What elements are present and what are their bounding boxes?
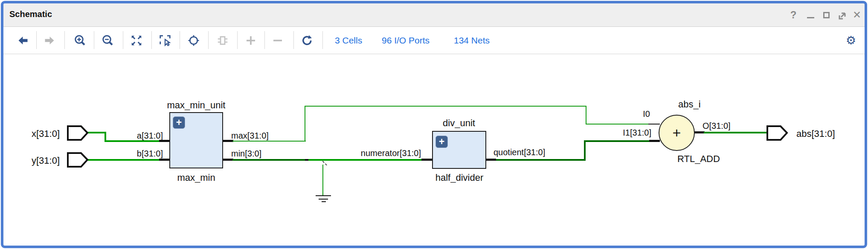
block-type-label: div_unit (408, 118, 510, 129)
pin-label-i0: I0 (623, 109, 650, 119)
toolbar-separator (180, 31, 180, 49)
net-min-to-numerator[interactable] (232, 159, 306, 161)
expand-block-button[interactable]: + (435, 136, 448, 148)
net-max-to-i0[interactable] (586, 124, 649, 124)
ground-icon (319, 199, 328, 200)
toolbar-separator (208, 31, 209, 49)
pin-stub-o[interactable] (694, 131, 705, 133)
toolbar-separator (264, 31, 265, 49)
regenerate-icon[interactable] (300, 33, 314, 48)
expand-cone-icon[interactable] (215, 33, 230, 48)
zoom-out-icon[interactable] (101, 33, 115, 48)
net-max-to-i0[interactable] (586, 106, 586, 124)
remove-from-schematic-icon[interactable] (270, 33, 285, 48)
net-y-to-b[interactable] (87, 159, 160, 161)
pin-label-min: min[3:0] (231, 149, 261, 159)
input-port-x[interactable] (67, 125, 89, 141)
output-port-abs[interactable] (766, 125, 788, 141)
ground-icon (316, 195, 331, 196)
pin-label-quotient: quotient[31:0] (494, 148, 545, 157)
ground-icon (322, 201, 326, 202)
back-icon[interactable] (16, 33, 30, 48)
net-quotient-to-i1[interactable] (584, 140, 649, 142)
window-title: Schematic (9, 9, 52, 19)
net-min-to-numerator[interactable] (308, 159, 422, 161)
block-type-label: max_min_unit (145, 100, 247, 111)
net-o-to-abs[interactable] (704, 132, 767, 133)
add-to-schematic-icon[interactable] (244, 33, 258, 48)
adder-operator: + (673, 124, 681, 141)
port-label-y: y[31:0] (17, 155, 60, 166)
toolbar-separator (94, 31, 94, 49)
pin-label-b: b[31:0] (120, 149, 163, 159)
net-max-to-i0[interactable] (232, 141, 306, 142)
nets-link[interactable]: 134 Nets (454, 35, 490, 46)
title-bar: Schematic ? ✕ (3, 3, 865, 27)
schematic-window: Schematic ? ✕ (0, 0, 868, 249)
net-ground[interactable] (322, 165, 323, 196)
port-label-abs: abs[31:0] (796, 128, 835, 139)
port-label-x: x[31:0] (17, 128, 60, 139)
block-instance-label: half_divider (408, 172, 511, 183)
autofit-selection-icon[interactable] (186, 33, 201, 48)
toolbar-separator (123, 31, 123, 49)
float-window-icon[interactable] (838, 11, 847, 20)
cell-instance-label: abs_i (678, 99, 701, 110)
pin-stub-i0[interactable] (648, 124, 660, 124)
toolbar-separator (151, 31, 152, 49)
net-x-to-a[interactable] (87, 132, 106, 133)
pin-label-max: max[31:0] (231, 131, 269, 141)
toolbar-separator (36, 31, 37, 49)
net-quotient-to-i1[interactable] (496, 159, 586, 161)
input-port-y[interactable] (67, 152, 89, 168)
toolbar-separator (322, 31, 323, 49)
settings-gear-icon[interactable]: ⚙ (846, 35, 856, 46)
pin-label-numerator: numerator[31:0] (348, 148, 421, 158)
pin-label-o: O[31:0] (703, 121, 731, 131)
toolbar-separator (237, 31, 238, 49)
net-quotient-to-i1[interactable] (584, 140, 586, 161)
toolbar-separator (64, 31, 65, 49)
zoom-selection-icon[interactable] (158, 33, 172, 48)
expand-block-button[interactable]: + (173, 116, 185, 129)
net-max-to-i0[interactable] (305, 106, 586, 107)
cells-link[interactable]: 3 Cells (335, 35, 362, 46)
pin-label-i1: I1[31:0] (609, 128, 651, 138)
maximize-icon[interactable] (823, 12, 830, 18)
minimize-icon[interactable] (807, 17, 814, 18)
close-icon[interactable]: ✕ (853, 9, 861, 21)
io-ports-link[interactable]: 96 I/O Ports (382, 35, 430, 46)
block-instance-label: max_min (145, 172, 247, 183)
forward-icon[interactable] (42, 33, 57, 48)
cell-type-label: RTL_ADD (677, 153, 720, 165)
help-icon[interactable]: ? (790, 9, 797, 21)
zoom-fit-icon[interactable] (129, 33, 144, 48)
pin-stub-i1[interactable] (649, 140, 660, 142)
toolbar-separator (293, 31, 294, 49)
cell-rtl-add[interactable]: + (659, 115, 695, 151)
toolbar: 3 Cells 96 I/O Ports 134 Nets ⚙ (3, 27, 865, 54)
pin-label-a: a[31:0] (120, 131, 163, 141)
zoom-in-icon[interactable] (73, 33, 87, 48)
net-max-to-i0[interactable] (305, 106, 305, 142)
